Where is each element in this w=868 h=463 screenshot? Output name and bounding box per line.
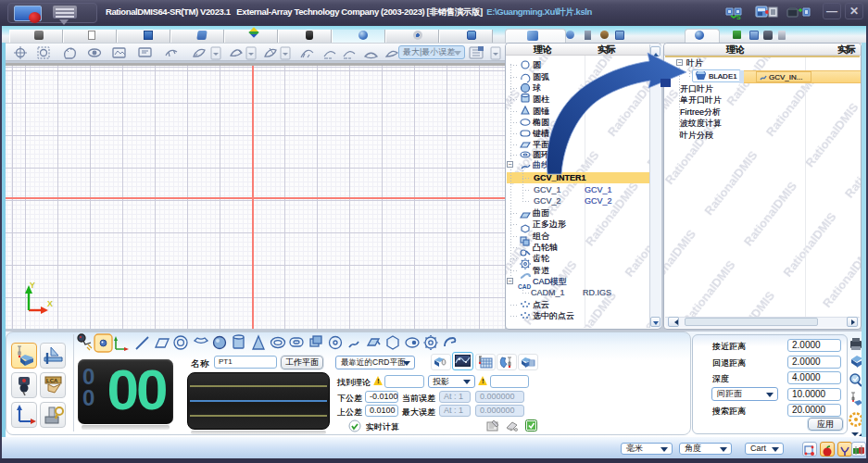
svg-text:X: X xyxy=(47,299,53,308)
svg-text:CAD: CAD xyxy=(518,283,531,290)
svg-text:Y: Y xyxy=(30,281,35,290)
svg-text:S: S xyxy=(736,14,741,20)
svg-text:LCA: LCA xyxy=(46,378,58,383)
